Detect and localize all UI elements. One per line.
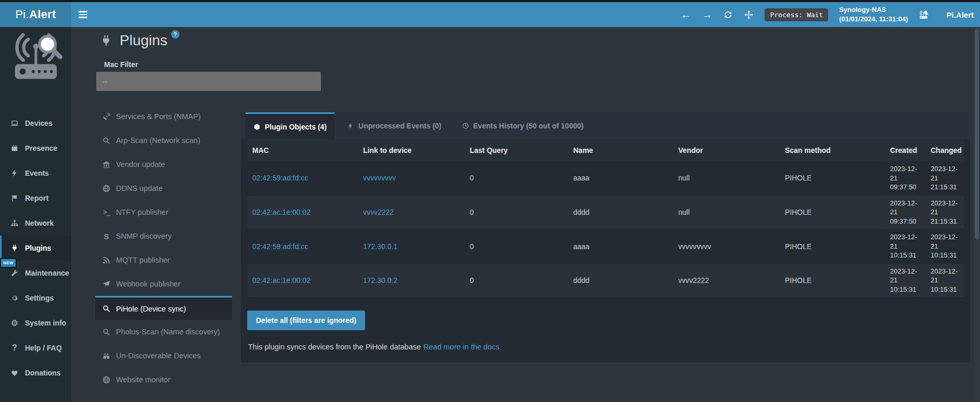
mac-link[interactable]: 02:42:59:ad:fd:cc: [252, 242, 308, 251]
cell-changed: 2023-12-21 21:15:31: [925, 161, 964, 195]
menu-toggle-icon[interactable]: [79, 6, 96, 23]
plugin-detail-panel: Plugin Objects (4) Unprocessed Events (0…: [241, 112, 970, 362]
col-name: Name: [568, 139, 673, 161]
mac-filter-input[interactable]: [96, 72, 321, 91]
delete-all-button[interactable]: Delete all (filters are ignored): [247, 310, 365, 330]
sidebar-item-label: Plugins: [25, 244, 51, 252]
page-head: Plugins ? Mac Filter: [71, 27, 980, 91]
sidebar-item-label: System info: [25, 319, 66, 327]
satellite-dish-icon: [101, 112, 111, 121]
host-name: Synology-NAS: [839, 5, 908, 15]
sidebar-nav: Devices Presence Events Report Network P…: [0, 111, 71, 385]
mac-link[interactable]: 02:42:ac:1e:00:02: [252, 276, 311, 284]
mac-filter-label: Mac Filter: [104, 60, 980, 69]
cell-name: dddd: [568, 195, 673, 229]
scrollbar-thumb[interactable]: [975, 29, 979, 239]
tab-label: Events History (50 out of 10000): [473, 122, 584, 130]
tab-plugin-objects[interactable]: Plugin Objects (4): [246, 112, 334, 139]
mac-link[interactable]: 02:42:59:ad:fd:cc: [252, 174, 308, 182]
router-logo-icon: [919, 7, 935, 22]
plug-icon: [99, 34, 113, 47]
brand-alert: Alert: [29, 8, 56, 21]
brand-logo[interactable]: Pi.Alert: [0, 2, 71, 27]
vertical-scrollbar[interactable]: [974, 27, 980, 402]
help-badge[interactable]: ?: [171, 30, 179, 38]
tab-bar: Plugin Objects (4) Unprocessed Events (0…: [241, 112, 970, 139]
plugin-item-label: PiHole (Device sync): [116, 305, 186, 313]
cell-scan-method: PIHOLE: [780, 229, 885, 264]
terminal-icon: >_: [101, 209, 111, 216]
sidebar-item-label: Events: [25, 169, 49, 177]
plugin-item-pholus-scan[interactable]: Pholus-Scan (Name discovery): [95, 320, 232, 344]
question-icon: ?: [9, 343, 20, 353]
tab-label: Plugin Objects (4): [265, 123, 327, 131]
tab-unprocessed-events[interactable]: Unprocessed Events (0): [339, 112, 449, 139]
plugin-item-undiscoverable-devices[interactable]: Un-Discoverable Devices: [95, 344, 232, 368]
plugin-item-label: SNMP discovery: [116, 232, 172, 240]
docs-link[interactable]: Read more in the docs.: [423, 343, 501, 351]
plugin-item-arp-scan[interactable]: Arp-Scan (Network scan): [95, 128, 232, 152]
wrench-icon: [9, 269, 20, 277]
tab-events-history[interactable]: Events History (50 out of 10000): [454, 112, 591, 139]
cell-created: 2023-12-21 10:15:31: [885, 263, 925, 297]
device-link[interactable]: 172.30.0.2: [363, 276, 397, 284]
arrow-left-icon[interactable]: ←: [680, 9, 691, 20]
cell-last-query: 0: [465, 229, 568, 264]
search-icon: [101, 328, 111, 336]
cell-created: 2023-12-21 09:37:50: [885, 195, 925, 229]
plugin-item-label: MQTT publisher: [116, 256, 170, 264]
table-row: 02:42:59:ad:fd:cc vvvvvvvvv 0 aaaa null …: [247, 161, 964, 195]
cube-icon: [253, 123, 261, 131]
cell-scan-method: PIHOLE: [780, 195, 885, 229]
move-icon[interactable]: [744, 10, 754, 20]
sidebar-item-plugins[interactable]: Plugins: [0, 236, 71, 261]
plugin-item-website-monitor[interactable]: Website monitor: [95, 368, 232, 392]
sidebar-item-label: Network: [25, 219, 54, 227]
plugin-item-mqtt-publisher[interactable]: MQTT publisher: [95, 248, 232, 272]
mac-link[interactable]: 02:42:ac:1e:00:02: [252, 208, 311, 216]
plugin-item-vendor-update[interactable]: Vendor update: [95, 152, 232, 176]
sidebar-item-presence[interactable]: Presence: [0, 136, 71, 161]
sidebar-item-system-info[interactable]: System info: [0, 310, 71, 335]
sidebar-item-network[interactable]: Network: [0, 211, 71, 236]
plug-icon: [9, 244, 20, 252]
col-last-query: Last Query: [465, 139, 568, 161]
window-top-edge: [0, 0, 980, 2]
col-mac: MAC: [247, 139, 358, 161]
sidebar-item-help-faq[interactable]: ?Help / FAQ: [0, 335, 71, 360]
plugin-item-services-ports[interactable]: Services & Ports (NMAP): [95, 105, 232, 128]
cell-created: 2023-12-21 09:37:50: [885, 161, 925, 195]
sidebar-item-label: Report: [25, 194, 48, 202]
plugin-item-pihole-device-sync[interactable]: PiHole (Device sync): [95, 296, 232, 320]
sidebar-item-events[interactable]: Events: [0, 161, 71, 186]
cell-last-query: 0: [465, 195, 568, 229]
table-row: 02:42:ac:1e:00:02 172.30.0.2 0 dddd vvvv…: [247, 263, 964, 297]
cell-scan-method: PIHOLE: [780, 263, 885, 297]
cell-scan-method: PIHOLE: [780, 161, 885, 195]
plugin-item-ntfy-publisher[interactable]: >_NTFY publisher: [95, 200, 232, 224]
cell-last-query: 0: [465, 161, 568, 195]
sidebar-item-label: Donations: [25, 369, 60, 377]
plugin-description-text: This plugin syncs devices from the PiHol…: [248, 343, 421, 351]
sidebar-item-settings[interactable]: Settings: [0, 286, 71, 310]
laptop-icon: [9, 119, 20, 127]
tab-label: Unprocessed Events (0): [358, 122, 442, 130]
sidebar-item-donations[interactable]: Donations: [0, 360, 71, 385]
device-link[interactable]: vvvvvvvvv: [363, 174, 396, 182]
plugin-item-snmp-discovery[interactable]: SSNMP discovery: [95, 224, 232, 248]
process-status-badge: Process: Wait: [765, 8, 828, 21]
heart-icon: [9, 369, 20, 377]
device-link[interactable]: 172.30.0.1: [363, 242, 397, 251]
col-scan-method: Scan method: [780, 139, 885, 161]
cell-name: dddd: [568, 263, 673, 297]
arrow-right-icon[interactable]: →: [702, 9, 712, 20]
sidebar-item-devices[interactable]: Devices: [0, 111, 71, 136]
col-changed: Changed: [925, 139, 964, 161]
refresh-icon[interactable]: [723, 10, 733, 20]
sidebar-item-report[interactable]: Report: [0, 186, 71, 211]
cell-created: 2023-12-21 10:15:31: [885, 229, 925, 264]
plugin-item-webhook-publisher[interactable]: Webhook publisher: [95, 272, 232, 296]
cell-last-query: 0: [465, 263, 568, 297]
plugin-item-ddns-update[interactable]: DDNS update: [95, 176, 232, 200]
device-link[interactable]: vvvv2222: [363, 208, 394, 216]
